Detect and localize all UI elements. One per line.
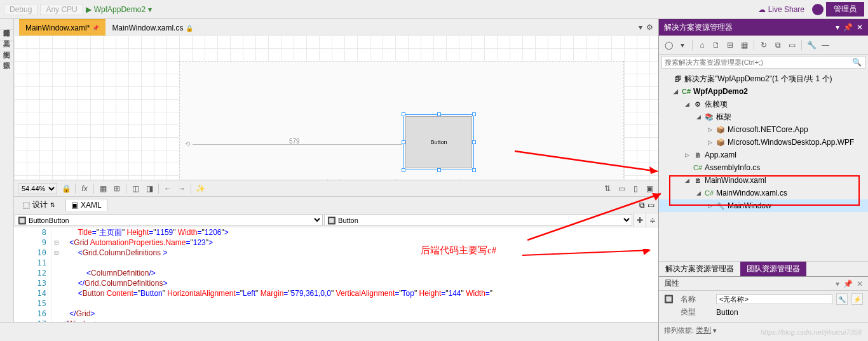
- xaml-tab-label: XAML: [81, 201, 102, 210]
- pkg-netcore[interactable]: ▷📦Microsoft.NETCore.App: [659, 123, 868, 136]
- snap2-icon[interactable]: ◨: [144, 184, 154, 194]
- fwd-icon[interactable]: ▾: [677, 39, 688, 51]
- grid-lines-icon[interactable]: ⊞: [112, 184, 122, 194]
- lock-icon: 🔒: [186, 25, 193, 32]
- split-horizontal-icon[interactable]: ▭: [616, 184, 627, 194]
- panel-dropdown-icon[interactable]: ▾: [836, 23, 839, 32]
- config-dropdown[interactable]: Debug: [4, 4, 37, 15]
- code-content[interactable]: Title="主页面" Height="1159" Width="1206"> …: [61, 227, 658, 322]
- props-title: 属性: [664, 278, 679, 289]
- split-vertical-icon[interactable]: ▯: [630, 184, 641, 194]
- wrench-icon[interactable]: 🔧: [806, 39, 817, 51]
- anchor-icon: ⟲: [185, 140, 190, 147]
- admin-button[interactable]: 管理员: [826, 2, 864, 17]
- asmcs-node[interactable]: C#AssemblyInfo.cs: [659, 161, 868, 174]
- sync-icon[interactable]: 🗋: [710, 39, 722, 51]
- panel-pin-icon[interactable]: 📌: [843, 23, 853, 32]
- more-icon[interactable]: —: [820, 39, 831, 51]
- grid-snap-icon[interactable]: ▦: [98, 184, 108, 194]
- pkg-desktop-wpf[interactable]: ▷📦Microsoft.WindowsDesktop.App.WPF: [659, 136, 868, 149]
- tab-solution-explorer[interactable]: 解决方案资源管理器: [659, 262, 740, 276]
- prop-type-row: 类型 Button: [664, 307, 863, 318]
- solution-tree[interactable]: 🗐解决方案"WpfAppDemo2"(1 个项目/共 1 个) ◢C#WpfAp…: [659, 70, 868, 261]
- fold-column[interactable]: ⊟⊟: [52, 227, 61, 322]
- annotation-backend-code: 后端代码主要写c#: [421, 244, 496, 257]
- tree-label: WpfAppDemo2: [693, 87, 748, 96]
- designer-split-tabs: ⬚ 设计 ⇅ ▣ XAML ⧉ ▭: [14, 196, 658, 213]
- settings-icon[interactable]: ⚙: [646, 23, 653, 32]
- bottom-strip: 排列依据: 类别 ▾: [0, 322, 868, 341]
- prop-name-input[interactable]: [716, 294, 832, 304]
- zoom-lock-icon[interactable]: 🔒: [61, 184, 71, 194]
- show-all-icon[interactable]: ▦: [738, 39, 750, 51]
- tab-dropdown-icon[interactable]: ▾: [639, 23, 642, 32]
- breadcrumb-split-icon[interactable]: ≑: [646, 213, 658, 227]
- solution-search-input[interactable]: [661, 56, 865, 69]
- props-sort-label[interactable]: 排列依据: 类别 ▾: [658, 323, 868, 341]
- platform-dropdown[interactable]: Any CPU: [40, 4, 83, 15]
- refresh-icon[interactable]: ↻: [758, 39, 770, 51]
- tab-team-explorer[interactable]: 团队资源管理器: [740, 262, 806, 276]
- back-icon[interactable]: ◯: [663, 39, 674, 51]
- run-button[interactable]: ▶ WpfAppDemo2 ▾: [86, 5, 152, 14]
- breadcrumb-left[interactable]: 🔲 ButtonButton: [15, 214, 323, 226]
- properties-panel: 属性 ▾📌✕ 🔲 名称 🔧 ⚡ 类型 Button: [659, 276, 868, 322]
- tree-label: AssemblyInfo.cs: [705, 163, 760, 172]
- search-icon[interactable]: 🔍: [852, 58, 862, 67]
- prop-wrench-icon[interactable]: 🔧: [836, 293, 848, 305]
- popout-icon[interactable]: ⧉: [639, 201, 645, 210]
- design-tab[interactable]: ⬚ 设计 ⇅: [18, 198, 60, 211]
- solution-search: 🔍: [659, 55, 868, 70]
- collapse-icon[interactable]: ▭: [648, 201, 654, 210]
- document-outline-tab[interactable]: 文档大纲: [0, 41, 13, 51]
- designer-surface[interactable]: 579 ⟲ Button 样式代码，风格和html标签+css类似: [14, 36, 658, 180]
- fx-icon[interactable]: fx: [79, 184, 90, 194]
- appxaml-node[interactable]: ▷🗎App.xaml: [659, 149, 868, 161]
- mwcs-node[interactable]: ◢C#MainWindow.xaml.cs: [659, 187, 868, 199]
- prop-name-row: 🔲 名称 🔧 ⚡: [664, 293, 863, 305]
- mwclass-node[interactable]: ▷🔧MainWindow: [659, 199, 868, 212]
- tree-label: 依赖项: [705, 99, 728, 110]
- annotation-style-code: 样式代码，风格和html标签+css类似: [325, 178, 474, 180]
- project-node[interactable]: ◢C#WpfAppDemo2: [659, 85, 868, 98]
- snap-icon[interactable]: ◫: [130, 184, 140, 194]
- framework-node[interactable]: ◢📚框架: [659, 110, 868, 123]
- liveshare-button[interactable]: ☁ Live Share: [758, 5, 804, 14]
- prop-bolt-icon[interactable]: ⚡: [851, 293, 863, 305]
- mwxaml-node[interactable]: ◢🗎MainWindow.xaml: [659, 174, 868, 187]
- props-close-icon[interactable]: ✕: [857, 279, 863, 288]
- deps-node[interactable]: ◢⚙依赖项: [659, 98, 868, 110]
- pin-icon[interactable]: 📌: [92, 25, 99, 31]
- tab-mainwindow-xaml-cs[interactable]: MainWindow.xaml.cs 🔒: [105, 19, 200, 36]
- panel-close-icon[interactable]: ✕: [857, 23, 863, 32]
- tab-mainwindow-xaml[interactable]: MainWindow.xaml* 📌: [19, 19, 105, 36]
- expand-pane-icon[interactable]: ▣: [644, 184, 654, 194]
- arrow-right-icon[interactable]: →: [177, 184, 187, 194]
- panel-title: 解决方案资源管理器: [664, 22, 733, 33]
- props-dropdown-icon[interactable]: ▾: [836, 279, 839, 288]
- props-icon[interactable]: ▭: [786, 39, 797, 51]
- breadcrumb-settings-icon[interactable]: ✚: [633, 213, 646, 227]
- zoom-dropdown[interactable]: 54.44%: [18, 183, 57, 194]
- tree-label: MainWindow.xaml: [705, 176, 766, 185]
- tree-label: App.xaml: [705, 150, 736, 159]
- view-icon[interactable]: ⧉: [772, 39, 783, 51]
- design-window[interactable]: 579 ⟲ Button: [179, 61, 624, 180]
- xaml-editor[interactable]: 8910 111213 141516 1718 ⊟⊟ Title="主页面" H…: [14, 227, 658, 322]
- effects-icon[interactable]: ✨: [195, 184, 205, 194]
- liveshare-label: Live Share: [768, 5, 804, 14]
- swap-panes-icon[interactable]: ⇅: [602, 184, 613, 194]
- home-icon[interactable]: ⌂: [696, 39, 708, 51]
- toolbox-tab[interactable]: 工具箱: [0, 30, 13, 41]
- server-explorer-tab[interactable]: 服务器资源管理器: [0, 19, 13, 30]
- props-pin-icon[interactable]: 📌: [843, 279, 853, 288]
- tree-label: MainWindow.xaml.cs: [716, 189, 787, 197]
- data-sources-tab[interactable]: 数据源: [0, 51, 13, 62]
- user-icon[interactable]: [812, 4, 824, 15]
- arrow-left-icon[interactable]: ←: [163, 184, 173, 194]
- breadcrumb-right[interactable]: 🔲 Button: [324, 214, 632, 226]
- xaml-tab[interactable]: ▣ XAML: [65, 199, 107, 211]
- tab-label: MainWindow.xaml.cs: [112, 23, 183, 32]
- solution-root[interactable]: 🗐解决方案"WpfAppDemo2"(1 个项目/共 1 个): [659, 72, 868, 85]
- collapse-all-icon[interactable]: ⊟: [724, 39, 736, 51]
